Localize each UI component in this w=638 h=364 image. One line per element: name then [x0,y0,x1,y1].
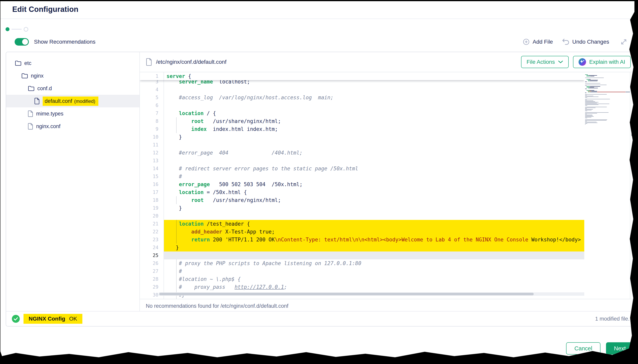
code-line-4[interactable]: 4 [140,86,584,94]
line-number: 5 [140,94,164,102]
explain-with-ai-label: Explain with AI [589,59,625,65]
line-content: location = /50x.html { [164,188,584,196]
line-content: root /usr/share/nginx/html; [164,117,584,125]
tree-item-nginx[interactable]: nginx [6,70,140,82]
line-number: 16 [140,180,164,188]
status-label: NGINX Config [29,316,65,322]
line-number: 24 [140,244,164,252]
minimap-column [584,72,635,299]
file-icon [28,110,33,117]
code-line-1[interactable]: 1server { [140,72,584,80]
code-line-17[interactable]: 17 location = /50x.html { [140,188,584,196]
step-connector [12,29,22,30]
status-value: OK [69,316,77,322]
code-line-21[interactable]: 21 location /test_header { [140,220,584,228]
code-line-11[interactable]: 11 [140,141,584,149]
tree-item-label: conf.d [37,86,52,92]
line-number: 18 [140,196,164,204]
line-number: 21 [140,220,164,228]
undo-changes-button[interactable]: Undo Changes [560,37,611,46]
folder-icon [15,60,22,66]
next-button[interactable]: Next [606,342,634,354]
dialog-footer: Cancel Next [0,342,634,354]
show-recommendations-label: Show Recommendations [34,39,95,45]
line-content: # [164,172,584,180]
tree-item-default-conf[interactable]: default.conf(modified) [6,95,140,108]
line-number: 12 [140,149,164,157]
code-line-9[interactable]: 9 index index.html index.htm; [140,125,584,133]
editor-main: /etc/nginx/conf.d/default.conf File Acti… [140,52,635,311]
code-line-28[interactable]: 28 #location ~ \.php$ { [140,275,584,283]
tree-item-etc[interactable]: etc [6,57,140,70]
horizontal-scrollbar-thumb[interactable] [159,293,534,295]
minimap-line [585,124,630,125]
sticky-code-line: 1server { [140,72,584,80]
line-number: 15 [140,172,164,180]
code-line-13[interactable]: 13 [140,157,584,165]
add-file-button[interactable]: Add File [521,37,555,46]
code-line-18[interactable]: 18 root /usr/share/nginx/html; [140,196,584,204]
vertical-scrollbar-thumb[interactable] [631,128,634,136]
code-line-20[interactable]: 20 [140,212,584,220]
code-line-6[interactable]: 6 [140,102,584,109]
folder-icon [28,86,35,92]
code-line-29[interactable]: 29 # proxy_pass http://127.0.0.1; [140,283,584,291]
tree-item-label: nginx [31,73,44,79]
vertical-scrollbar[interactable] [630,72,635,299]
code-line-12[interactable]: 12 #error_page 404 /404.html; [140,149,584,157]
nginx-config-status-badge: NGINX Config OK [24,314,82,324]
file-actions-button[interactable]: File Actions [521,56,569,68]
file-path: /etc/nginx/conf.d/default.conf [156,59,226,65]
line-content: add_header X-Test-App true; [164,228,584,236]
code-lines-area[interactable]: 3 server_name localhost;45 #access_log /… [140,72,584,299]
line-number: 7 [140,109,164,117]
code-line-5[interactable]: 5 #access_log /var/log/nginx/host.access… [140,94,584,102]
code-line-23[interactable]: 23 return 200 'HTTP/1.1 200 OK\nContent-… [140,236,584,244]
tree-item-conf-d[interactable]: conf.d [6,82,140,95]
line-content [164,212,584,220]
modified-file-highlight: default.conf(modified) [43,96,98,106]
code-minimap[interactable] [585,74,630,125]
line-number: 29 [140,283,164,291]
cancel-button[interactable]: Cancel [566,342,600,354]
folder-icon [21,73,28,79]
code-line-26[interactable]: 26 # proxy the PHP scripts to Apache lis… [140,260,584,267]
line-content: } [164,244,584,252]
code-line-25[interactable]: 25 [140,252,584,260]
ai-sparkle-icon [578,58,586,66]
tree-item-mime-types[interactable]: mime.types [6,108,140,120]
step-2-dot [24,27,28,32]
code-line-19[interactable]: 19 } [140,204,584,212]
line-number: 11 [140,141,164,149]
line-number: 26 [140,260,164,267]
line-content: # redirect server error pages to the sta… [164,165,584,172]
configuration-panel: etcnginxconf.ddefault.conf(modified)mime… [6,52,635,326]
code-line-10[interactable]: 10 } [140,133,584,141]
line-number: 14 [140,165,164,172]
show-recommendations-toggle[interactable] [15,38,29,46]
line-number: 25 [140,252,164,260]
line-number: 10 [140,133,164,141]
expand-dialog-button[interactable] [619,37,628,46]
code-line-22[interactable]: 22 add_header X-Test-App true; [140,228,584,236]
line-number: 4 [140,86,164,94]
line-number: 8 [140,117,164,125]
code-line-24[interactable]: 24 } [140,244,584,252]
horizontal-scrollbar[interactable] [159,292,584,296]
file-icon [34,98,40,104]
tree-item-label: default.conf [45,98,72,104]
explain-with-ai-button[interactable]: Explain with AI [573,56,631,68]
code-line-7[interactable]: 7 location / { [140,109,584,117]
chevron-down-icon [558,60,563,64]
code-line-15[interactable]: 15 # [140,172,584,180]
plus-circle-icon [523,38,530,46]
code-line-14[interactable]: 14 # redirect server error pages to the … [140,165,584,172]
code-line-16[interactable]: 16 error_page 500 502 503 504 /50x.html; [140,180,584,188]
tree-item-nginx-conf[interactable]: nginx.conf [6,120,140,133]
code-line-27[interactable]: 27 # [140,267,584,275]
code-line-8[interactable]: 8 root /usr/share/nginx/html; [140,117,584,125]
modified-files-count: 1 modified file. [595,316,629,322]
tree-item-label: nginx.conf [36,123,61,130]
line-content [164,102,584,109]
line-content [164,141,584,149]
